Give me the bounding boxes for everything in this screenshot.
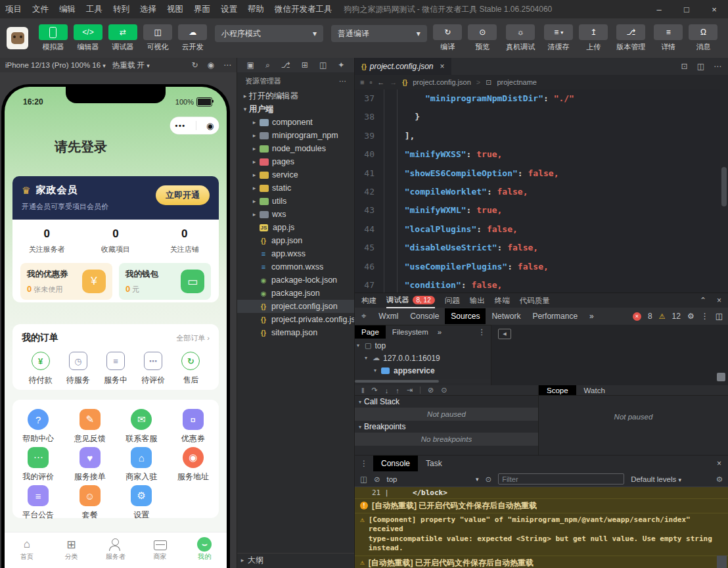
menu-edit[interactable]: 编辑 (54, 4, 81, 15)
pause-icon[interactable]: ‖ (361, 387, 365, 394)
menu-devtools[interactable]: 微信开发者工具 (269, 4, 338, 15)
files-icon[interactable]: ▣ (247, 60, 254, 70)
grid-packages[interactable]: ☺ 套餐 (64, 485, 116, 523)
file-app-wxss[interactable]: ≡app.wxss (237, 247, 354, 260)
pause-on-exceptions-icon[interactable]: ⊙ (441, 386, 447, 394)
menu-help[interactable]: 帮助 (242, 4, 269, 15)
file-project-private-config[interactable]: {}project.private.config.js... (237, 313, 354, 326)
file-package-json[interactable]: ◉package.json (237, 287, 354, 300)
file-package-lock[interactable]: ◉package-lock.json (237, 273, 354, 287)
hot-reload-toggle[interactable]: 热重载 开 ▾ (112, 60, 150, 70)
tab-console[interactable]: Console (373, 456, 418, 471)
more-icon[interactable]: ••• (175, 122, 186, 130)
back-icon[interactable]: ← (377, 78, 384, 86)
compile-button[interactable]: ↻ 编译 (431, 24, 465, 52)
wallet-card[interactable]: 我的钱包 0元 ▭ (119, 263, 211, 300)
tab-output[interactable]: 输出 (470, 296, 485, 306)
details-button[interactable]: ≡ 详情 (652, 24, 685, 52)
folder-utils[interactable]: ▸utils (237, 195, 354, 208)
step-icon[interactable]: ⇥ (407, 386, 413, 394)
code-area[interactable]: 37 "miniprogramNpmDistDir": "./" 38 } 39… (355, 89, 720, 293)
warning-count[interactable]: 12 (672, 312, 681, 321)
close-console-icon[interactable]: × (717, 459, 728, 468)
nav-tab-page[interactable]: Page (355, 325, 386, 339)
device-selector[interactable]: iPhone 12/13 (Pro) 100% 16 ▾ (5, 61, 106, 69)
more-vertical-icon[interactable]: ⋮ (355, 459, 373, 468)
more-icon[interactable]: ⋯ (714, 62, 721, 71)
order-pending-review[interactable]: ⋯ 待评价 (135, 352, 172, 386)
messages-button[interactable]: Ω 消息 (687, 24, 720, 52)
grid-settings[interactable]: ⚙ 设置 (116, 485, 168, 523)
file-app-js[interactable]: JSapp.js (237, 221, 354, 234)
hand-icon[interactable]: ✦ (338, 60, 344, 70)
tab-category[interactable]: ⊞ 分类 (49, 532, 94, 568)
order-in-service[interactable]: ≡ 服务中 (97, 352, 134, 386)
order-pending-service[interactable]: ◷ 待服务 (59, 352, 97, 386)
devtools-tab-sources[interactable]: Sources (445, 308, 486, 324)
editor-scrollbar[interactable] (720, 75, 728, 293)
order-pending-payment[interactable]: ¥ 待付款 (22, 352, 59, 386)
tree-host[interactable]: ▾ ☁ 127.0.0.1:16019 (355, 352, 491, 364)
file-app-json[interactable]: {}app.json (237, 234, 354, 247)
grid-my-reviews[interactable]: ⋯ 我的评价 (12, 447, 64, 485)
console-warning-hot-reload-2[interactable]: ⚠ [自动热重载] 已开启代码文件保存后自动热重载 (355, 556, 728, 568)
grid-contact-support[interactable]: ✉ 联系客服 (116, 409, 168, 447)
outline-section[interactable]: ▸ 大纲 (237, 553, 354, 567)
tab-home[interactable]: ⌂ 首页 (5, 532, 49, 568)
extensions-icon[interactable]: ⊞ (302, 60, 308, 70)
menu-project[interactable]: 项目 (0, 4, 27, 15)
search-icon[interactable]: ⌕ (265, 60, 270, 70)
nav-tab-filesystem[interactable]: Filesystem (386, 325, 435, 339)
clear-cache-button[interactable]: ≡▾ 清缓存 (542, 24, 576, 52)
stat-favorite-projects[interactable]: 0 收藏项目 (81, 227, 150, 254)
coupons-card[interactable]: 我的优惠券 0张未使用 ¥ (20, 263, 112, 300)
cloud-dev-button[interactable]: ☁ 云开发 (176, 24, 210, 52)
home-capsule-icon[interactable]: ◉ (206, 121, 214, 131)
devtools-tab-network[interactable]: Network (486, 308, 526, 324)
tab-problems[interactable]: 问题 (445, 296, 460, 306)
menu-file[interactable]: 文件 (27, 4, 54, 15)
folder-pages[interactable]: ▸pages (237, 155, 354, 168)
scrollbar-corner[interactable] (717, 556, 727, 568)
breakpoints-header[interactable]: ▾ Breakpoints (355, 421, 538, 433)
tab-terminal[interactable]: 终端 (495, 296, 510, 306)
console-warning-hot-reload-1[interactable]: ! [自动热重载] 已开启代码文件保存后自动热重载 (355, 499, 728, 513)
step-out-icon[interactable]: ↑ (396, 387, 399, 394)
console-sidebar-icon[interactable]: ◫ (360, 475, 367, 484)
more-tabs-icon[interactable]: » (583, 308, 600, 324)
folder-miniprogram-npm[interactable]: ▸miniprogram_npm (237, 129, 354, 142)
console-code-line[interactable]: 21 | </block> (355, 487, 728, 499)
project-root[interactable]: ▾ 用户端 (237, 103, 354, 116)
list-icon[interactable]: ≡ (360, 78, 364, 86)
devtools-tab-wxml[interactable]: Wxml (373, 308, 404, 324)
more-vertical-icon[interactable]: ⋮ (701, 312, 709, 321)
debugger-button[interactable]: ⇄ 调试器 (106, 24, 140, 52)
collapse-panel-icon[interactable]: ⌃ (700, 296, 706, 305)
close-panel-icon[interactable]: × (717, 296, 721, 305)
tab-task[interactable]: Task (418, 456, 450, 471)
record-icon[interactable]: ◉ (208, 60, 214, 70)
hide-navigator-icon[interactable]: ◀ (498, 329, 511, 339)
deactivate-breakpoints-icon[interactable]: ⊘ (428, 386, 434, 394)
more-vertical-icon[interactable]: ⋮ (478, 327, 491, 337)
tab-merchants[interactable]: 商家 (138, 532, 183, 568)
file-project-config-json[interactable]: {}project.config.json (237, 300, 354, 313)
breadcrumb-file[interactable]: project.config.json (413, 78, 471, 86)
folder-node-modules[interactable]: ▸node_modules (237, 142, 354, 155)
navigator-hscrollbar[interactable] (355, 379, 491, 383)
minimize-icon[interactable]: – (645, 0, 673, 18)
menu-select[interactable]: 选择 (135, 4, 162, 15)
more-tabs-icon[interactable]: » (438, 328, 442, 336)
split-editor-icon[interactable]: ◫ (697, 62, 704, 71)
tab-mine[interactable]: ⌣ 我的 (182, 532, 227, 568)
context-selector[interactable]: top ▾ (387, 475, 479, 483)
folder-wxs[interactable]: ▸wxs (237, 208, 354, 221)
grid-platform-notice[interactable]: ≡ 平台公告 (12, 485, 64, 523)
grid-service-address[interactable]: ◉ 服务地址 (168, 447, 219, 485)
file-sitemap-json[interactable]: {}sitemap.json (237, 326, 354, 339)
open-preview-icon[interactable]: ⊡ (681, 62, 688, 71)
simulator-button[interactable]: 模拟器 (36, 24, 70, 52)
grid-coupons[interactable]: ¤ 优惠券 (168, 409, 219, 447)
tab-watch[interactable]: Watch (576, 385, 613, 395)
close-tab-icon[interactable]: × (440, 62, 445, 71)
